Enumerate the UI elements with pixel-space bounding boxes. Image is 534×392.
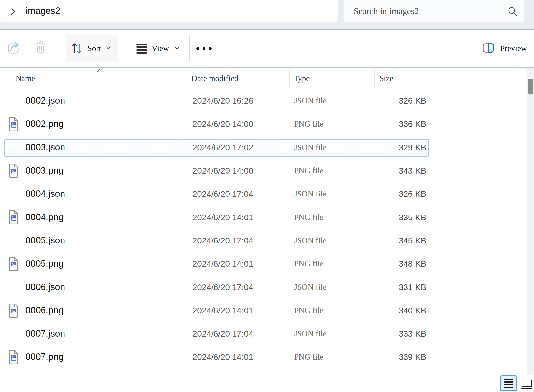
table-row[interactable]: 0003.png 2024/6/20 14:00 PNG file 343 KB	[0, 159, 527, 182]
date-modified-cell: 2024/6/20 17:04	[192, 329, 253, 339]
png-image-file-icon	[7, 174, 19, 179]
address-bar[interactable]: images2	[0, 0, 338, 23]
file-size-cell: 333 KB	[374, 329, 426, 339]
table-row[interactable]: PC 0003.json 2024/6/20 17:02 JSON file 3…	[0, 136, 527, 159]
file-name-cell: 0007.json	[25, 328, 65, 339]
file-name-cell: 0002.png	[25, 119, 64, 129]
column-header-row: Name Date modified Type Size	[0, 68, 534, 89]
png-image-file-icon	[7, 361, 19, 365]
breadcrumb-folder-name[interactable]: images2	[26, 0, 60, 23]
file-name-cell: 0005.json	[25, 235, 65, 246]
table-row[interactable]: 0004.png 2024/6/20 14:01 PNG file 335 KB	[0, 205, 527, 229]
details-view-toggle-button[interactable]	[500, 375, 517, 391]
png-image-file-icon	[7, 268, 19, 272]
view-button[interactable]: View	[130, 35, 183, 62]
file-type-cell: JSON file	[294, 189, 326, 198]
date-modified-cell: 2024/6/20 14:01	[192, 259, 253, 269]
file-type-cell: PNG file	[294, 166, 323, 175]
toolbar-separator	[61, 35, 61, 62]
file-name-cell: 0005.png	[25, 259, 64, 269]
file-size-cell: 331 KB	[374, 282, 426, 292]
png-image-file-icon	[7, 128, 19, 132]
png-image-file-icon	[7, 221, 19, 225]
column-header-date-modified[interactable]: Date modified	[192, 74, 238, 83]
file-type-cell: JSON file	[294, 329, 326, 338]
column-header-size[interactable]: Size	[379, 74, 393, 83]
table-row[interactable]: PC 0002.json 2024/6/20 16:26 JSON file 3…	[0, 89, 527, 112]
search-input[interactable]	[354, 0, 502, 22]
file-type-cell: PNG file	[294, 306, 323, 315]
table-row[interactable]: 0002.png 2024/6/20 14:00 PNG file 336 KB	[0, 112, 527, 135]
details-view-icon	[504, 379, 513, 380]
chevron-down-icon	[173, 45, 180, 52]
chevron-down-icon	[105, 45, 112, 52]
ellipsis-icon	[196, 47, 199, 50]
column-header-type[interactable]: Type	[294, 74, 310, 83]
preview-button-label: Preview	[500, 44, 527, 53]
preview-button[interactable]: Preview	[482, 35, 533, 62]
share-button[interactable]	[2, 35, 25, 62]
file-type-cell: JSON file	[294, 143, 326, 152]
file-size-cell: 345 KB	[374, 236, 426, 245]
sort-button[interactable]: Sort	[66, 35, 118, 62]
column-resize-handle[interactable]	[289, 70, 290, 87]
column-header-name[interactable]: Name	[16, 74, 35, 83]
status-bar	[0, 378, 534, 392]
file-name-cell: 0004.json	[25, 189, 65, 199]
file-size-cell: 339 KB	[374, 352, 426, 362]
date-modified-cell: 2024/6/20 17:04	[192, 282, 253, 292]
file-type-cell: JSON file	[294, 236, 326, 245]
column-resize-handle[interactable]	[374, 70, 375, 87]
file-size-cell: 335 KB	[374, 212, 426, 222]
date-modified-cell: 2024/6/20 14:00	[192, 119, 253, 129]
share-icon	[6, 40, 22, 57]
vertical-scrollbar-track[interactable]	[527, 68, 534, 375]
date-modified-cell: 2024/6/20 14:00	[192, 166, 253, 175]
table-row[interactable]: PC 0005.json 2024/6/20 17:04 JSON file 3…	[0, 229, 527, 252]
date-modified-cell: 2024/6/20 17:02	[192, 142, 253, 152]
toolbar-separator	[189, 35, 190, 62]
more-options-button[interactable]	[190, 35, 217, 62]
sort-button-label: Sort	[87, 44, 101, 53]
file-name-cell: 0006.json	[25, 282, 65, 292]
file-size-cell: 348 KB	[374, 259, 426, 269]
file-type-cell: PNG file	[294, 259, 323, 268]
table-row[interactable]: PC 0007.json 2024/6/20 17:04 JSON file 3…	[0, 322, 527, 345]
table-row[interactable]: 0007.png 2024/6/20 14:01 PNG file 339 KB	[0, 345, 527, 369]
breadcrumb-chevron-icon[interactable]	[10, 7, 16, 17]
file-size-cell: 329 KB	[374, 142, 426, 152]
search-bar[interactable]	[343, 0, 524, 23]
file-name-cell: 0004.png	[25, 212, 64, 222]
title-bar: images2	[0, 0, 534, 29]
thumbnail-view-toggle-button[interactable]	[519, 378, 534, 391]
search-icon[interactable]	[507, 6, 518, 18]
file-name-cell: 0003.json	[25, 142, 65, 152]
date-modified-cell: 2024/6/20 14:01	[192, 212, 253, 222]
column-resize-handle[interactable]	[188, 70, 188, 87]
table-row[interactable]: PC	[0, 369, 527, 378]
png-image-file-icon	[7, 314, 19, 319]
file-type-cell: PNG file	[294, 213, 323, 222]
file-type-cell: JSON file	[294, 96, 326, 105]
date-modified-cell: 2024/6/20 16:26	[192, 96, 253, 106]
delete-button[interactable]	[29, 35, 52, 62]
sort-arrows-icon	[71, 42, 84, 55]
file-list: PC 0002.json 2024/6/20 16:26 JSON file 3…	[0, 89, 527, 378]
date-modified-cell: 2024/6/20 14:01	[192, 305, 253, 315]
file-name-cell: 0006.png	[25, 305, 64, 316]
file-size-cell: 326 KB	[374, 96, 426, 106]
preview-pane-icon	[482, 43, 495, 54]
date-modified-cell: 2024/6/20 14:01	[192, 352, 253, 362]
table-row[interactable]: 0005.png 2024/6/20 14:01 PNG file 348 KB	[0, 252, 527, 275]
file-type-cell: PNG file	[294, 352, 323, 362]
file-type-cell: JSON file	[294, 283, 326, 292]
file-type-cell: PNG file	[294, 119, 323, 129]
column-resize-handle[interactable]	[430, 70, 430, 87]
file-name-cell: 0007.png	[25, 352, 64, 362]
view-button-label: View	[152, 44, 169, 53]
date-modified-cell: 2024/6/20 17:04	[192, 189, 253, 199]
table-row[interactable]: 0006.png 2024/6/20 14:01 PNG file 340 KB	[0, 299, 527, 322]
vertical-scrollbar-thumb[interactable]	[528, 79, 533, 94]
table-row[interactable]: PC 0004.json 2024/6/20 17:04 JSON file 3…	[0, 182, 527, 205]
table-row[interactable]: PC 0006.json 2024/6/20 17:04 JSON file 3…	[0, 275, 527, 299]
